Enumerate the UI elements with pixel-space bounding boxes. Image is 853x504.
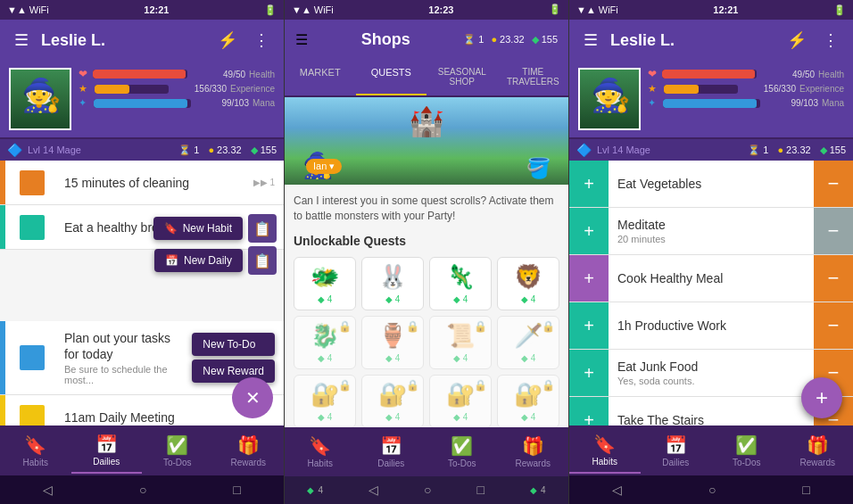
back-btn-center[interactable]: ◁	[369, 483, 378, 497]
tab-market[interactable]: MARKET	[285, 60, 356, 95]
nav-rewards-left[interactable]: 🎁 Rewards	[213, 429, 285, 473]
habit-title-3: Cook Healthy Meal	[617, 271, 805, 285]
recents-btn-left[interactable]: □	[233, 483, 240, 497]
nav-todos-icon-right: ✅	[735, 434, 758, 456]
tab-seasonal[interactable]: SEASONALSHOP	[426, 60, 498, 95]
quest-card-1[interactable]: 🐲 ◆ 4	[294, 257, 356, 310]
center-sys-gems: ◆ 4	[307, 485, 323, 495]
hourglass-currency-left: ⏳ 1	[178, 145, 199, 156]
quest-card-4[interactable]: 🦁 ◆ 4	[497, 257, 559, 310]
avatar-pixel-right	[580, 70, 639, 128]
habit-plus-5[interactable]: +	[569, 350, 609, 396]
sys-nav-left: ◁ ○ □	[0, 475, 284, 504]
habit-plus-2[interactable]: +	[569, 208, 609, 254]
lock-icon-6: 🔒	[406, 320, 419, 333]
habit-minus-4[interactable]: −	[814, 302, 853, 349]
task-checkbox-3[interactable]	[20, 345, 45, 370]
quest-card-11[interactable]: 🔒 🔐 ◆ 4	[429, 375, 492, 426]
more-icon-right[interactable]: ⋮	[819, 27, 842, 54]
habit-minus-3[interactable]: −	[814, 255, 853, 302]
fab-add-button-right[interactable]: +	[801, 377, 842, 418]
nav-dailies-center[interactable]: 📅 Dailies	[356, 430, 427, 474]
exp-val-left: 156/330	[178, 84, 227, 94]
back-btn-right[interactable]: ◁	[612, 483, 622, 497]
nav-todos-center[interactable]: ✅ To-Dos	[426, 430, 498, 474]
quest-card-3[interactable]: 🦎 ◆ 4	[429, 257, 492, 310]
habit-plus-1[interactable]: +	[569, 161, 609, 207]
home-btn-center[interactable]: ○	[424, 483, 431, 497]
menu-icon-right[interactable]: ☰	[580, 27, 601, 54]
home-btn-right[interactable]: ○	[708, 483, 716, 497]
nav-todos-left[interactable]: ✅ To-Dos	[142, 429, 213, 473]
task-checkbox-4[interactable]	[20, 405, 45, 426]
health-bar-bg-left	[93, 70, 187, 78]
more-icon-left[interactable]: ⋮	[250, 27, 273, 54]
menu-icon-left[interactable]: ☰	[11, 27, 32, 54]
quest-card-8[interactable]: 🔒 🗡️ ◆ 4	[497, 316, 559, 369]
nav-rewards-icon-center: 🎁	[522, 435, 544, 457]
new-todo-button[interactable]: New To-Do	[192, 333, 275, 356]
gem-icon-8: ◆	[521, 353, 528, 363]
nav-rewards-center[interactable]: 🎁 Rewards	[498, 430, 569, 474]
filter-icon-right[interactable]: ⚡	[783, 27, 810, 54]
shop-banner: 🏰 🧙 🪣 Ian ▾	[285, 97, 568, 185]
habit-plus-6[interactable]: +	[569, 397, 609, 426]
quest-card-2[interactable]: 🐰 ◆ 4	[361, 257, 424, 310]
habit-minus-1[interactable]: −	[814, 161, 853, 207]
tab-time-travelers[interactable]: TIMETRAVELERS	[498, 60, 569, 95]
quest-cost-1: ◆ 4	[318, 294, 333, 304]
new-daily-button[interactable]: 📅 New Daily	[154, 249, 243, 272]
quest-emoji-1: 🐲	[311, 263, 339, 291]
nav-todos-right[interactable]: ✅ To-Dos	[711, 429, 783, 473]
habit-plus-4[interactable]: +	[569, 302, 609, 349]
fab-close-button[interactable]: ✕	[232, 377, 273, 418]
filter-icon-left[interactable]: ⚡	[214, 27, 241, 54]
wifi-icon-center: WiFi	[314, 4, 334, 15]
task-checkbox-2[interactable]	[20, 215, 45, 240]
quest-card-9[interactable]: 🔒 🔐 ◆ 4	[294, 375, 356, 426]
nav-habits-center[interactable]: 🔖 Habits	[285, 430, 356, 474]
quest-card-5[interactable]: 🔒 🐉 ◆ 4	[294, 316, 356, 369]
npc-description: Can I interest you in some quest scrolls…	[294, 194, 559, 224]
avatar-right	[578, 68, 641, 130]
exp-icon-right: ★	[648, 83, 657, 95]
menu-icon-center[interactable]: ☰	[295, 31, 308, 48]
task-item-1[interactable]: 15 minutes of cleaning ▶▶ 1	[0, 161, 284, 205]
nav-habits-left[interactable]: 🔖 Habits	[0, 429, 71, 473]
tab-quests[interactable]: QUESTS	[356, 60, 427, 95]
level-badge-left: Lvl 14 Mage	[28, 145, 81, 155]
daily-action-icon[interactable]: 📋	[248, 246, 277, 275]
nav-rewards-right[interactable]: 🎁 Rewards	[783, 429, 854, 473]
lock-icon-12: 🔒	[542, 379, 555, 392]
nav-dailies-left[interactable]: 📅 Dailies	[71, 428, 143, 474]
nav-dailies-right[interactable]: 📅 Dailies	[641, 429, 712, 473]
gem-icon-7: ◆	[453, 353, 460, 363]
banner-barrel-icon: 🪣	[526, 157, 551, 180]
habit-title-1: Eat Vegetables	[617, 177, 805, 191]
new-habit-button[interactable]: 🔖 New Habit	[153, 217, 243, 240]
nav-habits-right[interactable]: 🔖 Habits	[569, 428, 641, 474]
mana-label-right: Mana	[822, 98, 844, 108]
mana-icon-right: ✦	[648, 97, 656, 109]
quest-cost-10: ◆ 4	[385, 412, 401, 422]
quest-card-6[interactable]: 🔒 🏺 ◆ 4	[361, 316, 424, 369]
habit-action-icon[interactable]: 📋	[248, 214, 277, 243]
habit-minus-2[interactable]: −	[814, 208, 853, 254]
recents-btn-center[interactable]: □	[476, 483, 484, 497]
new-daily-label: New Daily	[184, 254, 232, 267]
quest-card-7[interactable]: 🔒 📜 ◆ 4	[429, 316, 492, 369]
habit-plus-3[interactable]: +	[569, 255, 609, 302]
sys-nav-right: ◁ ○ □	[569, 475, 853, 504]
signal-icon: ▼▲	[7, 4, 27, 15]
task-checkbox-1[interactable]	[20, 170, 45, 195]
gold-currency-left: ● 23.32	[208, 145, 241, 155]
lock-icon-10: 🔒	[406, 379, 419, 392]
task-color-2	[0, 205, 5, 249]
home-btn-left[interactable]: ○	[139, 483, 146, 497]
quest-emoji-6: 🏺	[378, 322, 407, 350]
quest-card-10[interactable]: 🔒 🔐 ◆ 4	[361, 375, 424, 426]
recents-btn-right[interactable]: □	[802, 483, 809, 497]
back-btn-left[interactable]: ◁	[43, 483, 53, 497]
hourglass-icon-right: ⏳	[748, 145, 760, 156]
quest-card-12[interactable]: 🔒 🔐 ◆ 4	[497, 375, 559, 426]
